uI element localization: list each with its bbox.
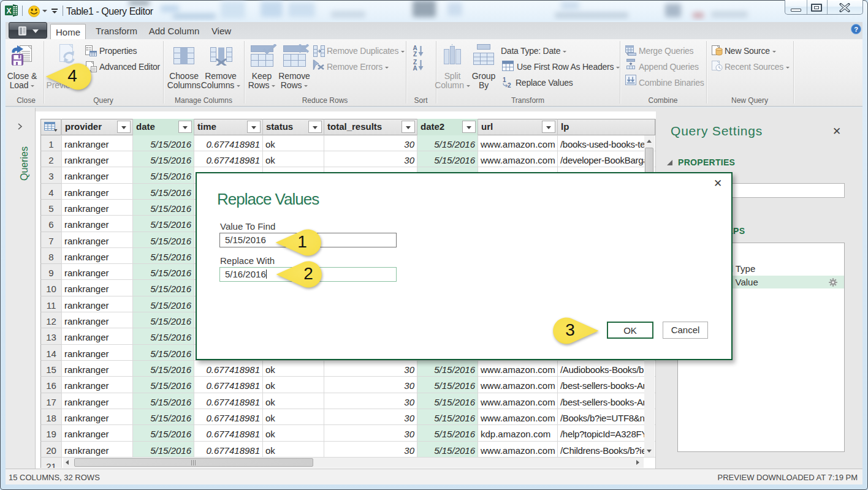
svg-text:X: X [6,7,11,15]
svg-text:?: ? [854,26,858,33]
svg-text:A: A [413,65,417,71]
svg-text:Z: Z [413,51,417,57]
